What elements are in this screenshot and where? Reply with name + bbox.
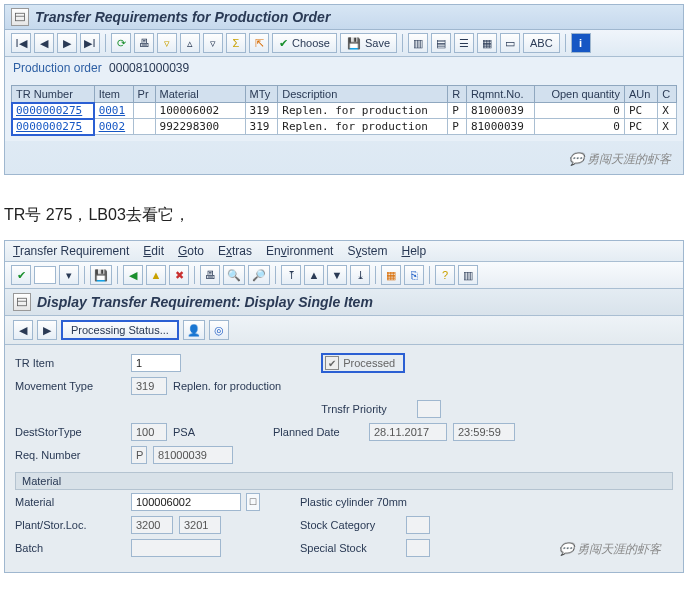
save-icon[interactable]: 💾 — [90, 265, 112, 285]
processing-status-button[interactable]: Processing Status... — [61, 320, 179, 340]
prod-order-number: 000081000039 — [109, 61, 189, 75]
menu-help[interactable]: Help — [401, 244, 426, 258]
tr-item-field[interactable]: 1 — [131, 354, 181, 372]
prev-item-button[interactable]: ◀ — [13, 320, 33, 340]
window-title: Transfer Requirements for Production Ord… — [35, 9, 330, 25]
refresh-icon[interactable]: ⟳ — [111, 33, 131, 53]
window-display-tr-item: Transfer Requirement Edit Goto Extras En… — [4, 240, 684, 573]
system-toolbar: ✔ ▾ 💾 ◀ ▲ ✖ 🖶 🔍 🔎 ⤒ ▲ ▼ ⤓ ▦ ⎘ ? ▥ — [5, 262, 683, 289]
detail-icon[interactable]: ☰ — [454, 33, 474, 53]
mvt-desc: Replen. for production — [173, 380, 281, 392]
menu-goto[interactable]: Goto — [178, 244, 204, 258]
separator — [117, 266, 118, 284]
cell-item[interactable]: 0001 — [94, 103, 133, 119]
separator — [565, 34, 566, 52]
info-label: Production order — [13, 61, 102, 75]
cell-rqmt: 81000039 — [466, 103, 534, 119]
col-tr[interactable]: TR Number — [12, 86, 95, 103]
prev-button[interactable]: ◀ — [34, 33, 54, 53]
menubar: Transfer Requirement Edit Goto Extras En… — [5, 241, 683, 262]
cell-aun: PC — [624, 119, 657, 135]
col-desc[interactable]: Description — [278, 86, 448, 103]
layout2-icon[interactable]: ▤ — [431, 33, 451, 53]
filter-icon[interactable]: ▿ — [157, 33, 177, 53]
col-mty[interactable]: MTy — [245, 86, 278, 103]
next-item-button[interactable]: ▶ — [37, 320, 57, 340]
col-rqmt[interactable]: Rqmnt.No. — [466, 86, 534, 103]
find-next-icon[interactable]: 🔎 — [248, 265, 270, 285]
col-c[interactable]: C — [658, 86, 677, 103]
cell-tr[interactable]: 0000000275 — [12, 103, 95, 119]
grid-icon[interactable]: ▦ — [477, 33, 497, 53]
last-button[interactable]: ▶I — [80, 33, 100, 53]
cell-desc: Replen. for production — [278, 119, 448, 135]
sort-desc-icon[interactable]: ▿ — [203, 33, 223, 53]
cmd-dropdown-icon[interactable]: ▾ — [59, 265, 79, 285]
trnsfr-prio-field — [417, 400, 441, 418]
table-container: TR Number Item Pr Material MTy Descripti… — [5, 79, 683, 141]
col-r[interactable]: R — [448, 86, 467, 103]
user-icon[interactable]: 👤 — [183, 320, 205, 340]
help-icon[interactable]: ? — [435, 265, 455, 285]
sum-icon[interactable]: Σ — [226, 33, 246, 53]
cell-item[interactable]: 0002 — [94, 119, 133, 135]
save-button[interactable]: 💾Save — [340, 33, 397, 53]
first-button[interactable]: I◀ — [11, 33, 31, 53]
cell-material: 992298300 — [155, 119, 245, 135]
sort-asc-icon[interactable]: ▵ — [180, 33, 200, 53]
choose-button[interactable]: ✔Choose — [272, 33, 337, 53]
toolbar: I◀ ◀ ▶ ▶I ⟳ 🖶 ▿ ▵ ▿ Σ ⇱ ✔Choose 💾Save ▥ … — [5, 30, 683, 57]
menu-extras[interactable]: Extras — [218, 244, 252, 258]
trnsfr-prio-label: Trnsfr Priority — [321, 403, 411, 415]
print-icon[interactable]: 🖶 — [134, 33, 154, 53]
menu-system[interactable]: System — [347, 244, 387, 258]
cell-desc: Replen. for production — [278, 103, 448, 119]
cell-tr[interactable]: 0000000275 — [12, 119, 95, 135]
col-openqty[interactable]: Open quantity — [534, 86, 624, 103]
col-material[interactable]: Material — [155, 86, 245, 103]
print-icon[interactable]: 🖶 — [200, 265, 220, 285]
col-item[interactable]: Item — [94, 86, 133, 103]
separator — [105, 34, 106, 52]
exit-icon[interactable]: ▲ — [146, 265, 166, 285]
shortcut-icon[interactable]: ⎘ — [404, 265, 424, 285]
page-up-icon[interactable]: ▲ — [304, 265, 324, 285]
enter-icon[interactable]: ✔ — [11, 265, 31, 285]
mvt-label: Movement Type — [15, 380, 125, 392]
planned-label: Planned Date — [273, 426, 363, 438]
next-button[interactable]: ▶ — [57, 33, 77, 53]
table-row[interactable]: 0000000275 0002 992298300 319 Replen. fo… — [12, 119, 677, 135]
find-icon[interactable]: 🔍 — [223, 265, 245, 285]
app-icon — [13, 293, 31, 311]
command-field[interactable] — [34, 266, 56, 284]
menu-edit[interactable]: Edit — [143, 244, 164, 258]
info-icon[interactable]: i — [571, 33, 591, 53]
col-pr[interactable]: Pr — [133, 86, 155, 103]
material-field[interactable]: 100006002 — [131, 493, 241, 511]
layout-icon[interactable]: ▥ — [408, 33, 428, 53]
form-area: TR Item 1 Movement Type 319 Replen. for … — [5, 345, 683, 572]
search-help-icon[interactable]: ☐ — [246, 493, 260, 511]
new-session-icon[interactable]: ▦ — [381, 265, 401, 285]
dest-field: 100 — [131, 423, 167, 441]
export-icon[interactable]: ⇱ — [249, 33, 269, 53]
display-icon[interactable]: ◎ — [209, 320, 229, 340]
page-down-icon[interactable]: ▼ — [327, 265, 347, 285]
cell-pr — [133, 119, 155, 135]
info-line: Production order 000081000039 — [5, 57, 683, 79]
menu-tr[interactable]: Transfer Requirement — [13, 244, 129, 258]
svg-rect-2 — [18, 298, 27, 306]
col-aun[interactable]: AUn — [624, 86, 657, 103]
last-page-icon[interactable]: ⤓ — [350, 265, 370, 285]
list-icon[interactable]: ▭ — [500, 33, 520, 53]
layout-menu-icon[interactable]: ▥ — [458, 265, 478, 285]
app-toolbar: ◀ ▶ Processing Status... 👤 ◎ — [5, 316, 683, 345]
cancel-icon[interactable]: ✖ — [169, 265, 189, 285]
abc-button[interactable]: ABC — [523, 33, 560, 53]
first-page-icon[interactable]: ⤒ — [281, 265, 301, 285]
cell-pr — [133, 103, 155, 119]
table-row[interactable]: 0000000275 0001 100006002 319 Replen. fo… — [12, 103, 677, 119]
menu-env[interactable]: Environment — [266, 244, 333, 258]
cell-c: X — [658, 119, 677, 135]
back-icon[interactable]: ◀ — [123, 265, 143, 285]
